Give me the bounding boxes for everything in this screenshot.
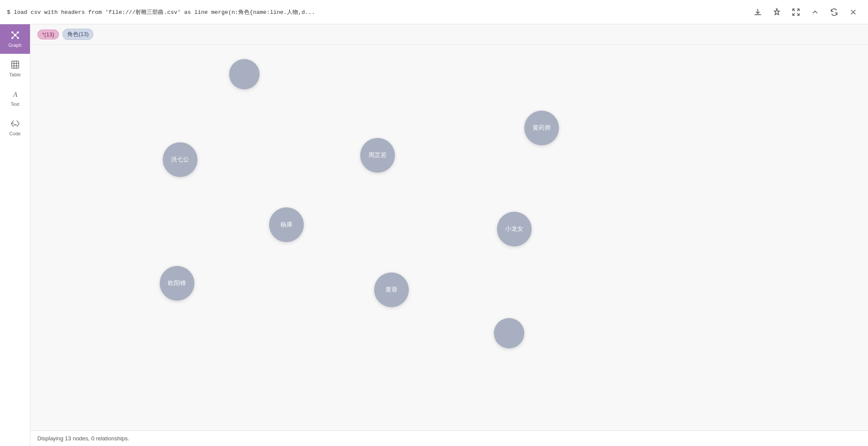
- starred-tag[interactable]: *(13): [37, 30, 59, 39]
- code-icon: [10, 119, 20, 128]
- text-label: Text: [10, 102, 19, 107]
- download-button[interactable]: [750, 4, 766, 20]
- main-layout: Graph Table A Text: [0, 24, 868, 446]
- named-tag[interactable]: 角色(13): [62, 29, 93, 40]
- svg-line-7: [12, 35, 15, 38]
- graph-node-n6[interactable]: 欧阳锋: [160, 266, 194, 301]
- table-icon: [10, 60, 20, 69]
- graph-node-n9[interactable]: [229, 59, 260, 89]
- sidebar-item-graph[interactable]: Graph: [0, 24, 30, 54]
- graph-label: Graph: [8, 43, 22, 48]
- expand-button[interactable]: [788, 4, 804, 20]
- table-label: Table: [9, 72, 20, 77]
- graph-node-n7[interactable]: 黄蓉: [374, 272, 409, 307]
- query-text: $ load csv with headers from 'file:///射雕…: [7, 8, 750, 16]
- svg-rect-15: [12, 123, 13, 124]
- svg-line-6: [15, 33, 18, 35]
- graph-node-n2[interactable]: 周芷若: [360, 138, 395, 173]
- pin-button[interactable]: [769, 4, 785, 20]
- graph-icon: [10, 30, 20, 40]
- sidebar: Graph Table A Text: [0, 24, 30, 446]
- text-icon: A: [10, 89, 20, 99]
- graph-node-n8[interactable]: [494, 318, 524, 348]
- code-label: Code: [9, 131, 20, 136]
- svg-rect-16: [13, 125, 16, 125]
- top-bar: $ load csv with headers from 'file:///射雕…: [0, 0, 868, 24]
- graph-node-n5[interactable]: 小龙女: [497, 212, 532, 246]
- graph-node-n4[interactable]: 杨康: [269, 207, 304, 242]
- top-bar-actions: [750, 4, 861, 20]
- status-text: Displaying 13 nodes, 0 relationships.: [37, 435, 129, 442]
- close-button[interactable]: [845, 4, 861, 20]
- sidebar-item-text[interactable]: A Text: [0, 83, 30, 113]
- graph-canvas[interactable]: 洪七公周芷若黄药师杨康小龙女欧阳锋黄蓉: [30, 45, 868, 430]
- svg-line-8: [15, 35, 18, 38]
- tag-bar: *(13) 角色(13): [30, 24, 868, 45]
- status-bar: Displaying 13 nodes, 0 relationships.: [30, 430, 868, 446]
- svg-text:A: A: [12, 90, 17, 98]
- content-area: *(13) 角色(13) 洪七公周芷若黄药师杨康小龙女欧阳锋黄蓉 Display…: [30, 24, 868, 446]
- sidebar-item-code[interactable]: Code: [0, 113, 30, 142]
- graph-node-n1[interactable]: 洪七公: [163, 142, 197, 177]
- graph-node-n3[interactable]: 黄药师: [524, 111, 559, 145]
- prev-button[interactable]: [807, 4, 823, 20]
- sidebar-item-table[interactable]: Table: [0, 54, 30, 83]
- refresh-button[interactable]: [826, 4, 842, 20]
- svg-line-5: [12, 33, 15, 35]
- svg-rect-9: [11, 61, 19, 69]
